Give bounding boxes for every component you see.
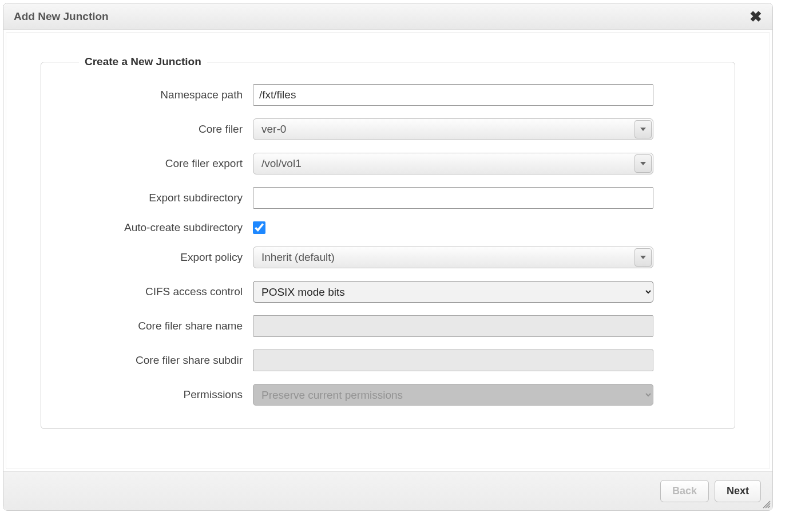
row-core-filer: Core filer ver-0 xyxy=(70,118,706,140)
row-namespace-path: Namespace path xyxy=(70,84,706,106)
cifs-access-control-select[interactable]: POSIX mode bits xyxy=(253,281,653,303)
chevron-down-icon xyxy=(635,120,652,138)
row-core-filer-share-subdir: Core filer share subdir xyxy=(70,350,706,371)
chevron-down-icon xyxy=(635,154,652,173)
core-filer-export-value: /vol/vol1 xyxy=(261,157,302,170)
core-filer-select[interactable]: ver-0 xyxy=(253,118,653,140)
permissions-wrap: Preserve current permissions xyxy=(253,384,653,406)
cifs-access-control-wrap: POSIX mode bits xyxy=(253,281,653,303)
core-filer-select-wrap: ver-0 xyxy=(253,118,653,140)
dialog-header: Add New Junction ✖ xyxy=(3,3,772,30)
label-core-filer-export: Core filer export xyxy=(70,157,253,170)
back-button: Back xyxy=(660,480,709,502)
create-junction-fieldset: Create a New Junction Namespace path Cor… xyxy=(41,55,735,429)
export-subdirectory-input[interactable] xyxy=(253,187,653,209)
core-filer-share-subdir-input xyxy=(253,350,653,371)
label-cifs-access-control: CIFS access control xyxy=(70,285,253,298)
core-filer-export-select-wrap: /vol/vol1 xyxy=(253,153,653,174)
label-export-policy: Export policy xyxy=(70,251,253,264)
dialog-title: Add New Junction xyxy=(14,10,109,23)
add-new-junction-dialog: Add New Junction ✖ Create a New Junction… xyxy=(3,3,773,511)
core-filer-share-name-input xyxy=(253,315,653,337)
dialog-footer: Back Next xyxy=(3,471,772,510)
content-area: Create a New Junction Namespace path Cor… xyxy=(6,32,770,469)
next-button[interactable]: Next xyxy=(715,480,761,502)
row-permissions: Permissions Preserve current permissions xyxy=(70,384,706,406)
fieldset-legend: Create a New Junction xyxy=(79,55,207,68)
row-core-filer-share-name: Core filer share name xyxy=(70,315,706,337)
chevron-down-icon xyxy=(635,248,652,267)
label-export-subdirectory: Export subdirectory xyxy=(70,192,253,204)
core-filer-value: ver-0 xyxy=(261,123,286,136)
label-namespace-path: Namespace path xyxy=(70,89,253,101)
label-auto-create-subdirectory: Auto-create subdirectory xyxy=(70,221,253,234)
export-policy-select[interactable]: Inherit (default) xyxy=(253,247,653,268)
row-cifs-access-control: CIFS access control POSIX mode bits xyxy=(70,281,706,303)
row-export-policy: Export policy Inherit (default) xyxy=(70,247,706,268)
export-policy-select-wrap: Inherit (default) xyxy=(253,247,653,268)
resize-grip-icon xyxy=(762,500,771,509)
dialog-body: Create a New Junction Namespace path Cor… xyxy=(3,30,772,471)
export-policy-value: Inherit (default) xyxy=(261,251,335,264)
permissions-select: Preserve current permissions xyxy=(253,384,653,406)
row-core-filer-export: Core filer export /vol/vol1 xyxy=(70,153,706,174)
auto-create-subdirectory-checkbox[interactable] xyxy=(253,221,265,234)
label-core-filer-share-name: Core filer share name xyxy=(70,320,253,332)
namespace-path-input[interactable] xyxy=(253,84,653,106)
row-auto-create-subdirectory: Auto-create subdirectory xyxy=(70,221,706,234)
label-core-filer-share-subdir: Core filer share subdir xyxy=(70,354,253,367)
label-core-filer: Core filer xyxy=(70,123,253,136)
close-icon[interactable]: ✖ xyxy=(750,9,762,24)
row-export-subdirectory: Export subdirectory xyxy=(70,187,706,209)
label-permissions: Permissions xyxy=(70,388,253,401)
core-filer-export-select[interactable]: /vol/vol1 xyxy=(253,153,653,174)
